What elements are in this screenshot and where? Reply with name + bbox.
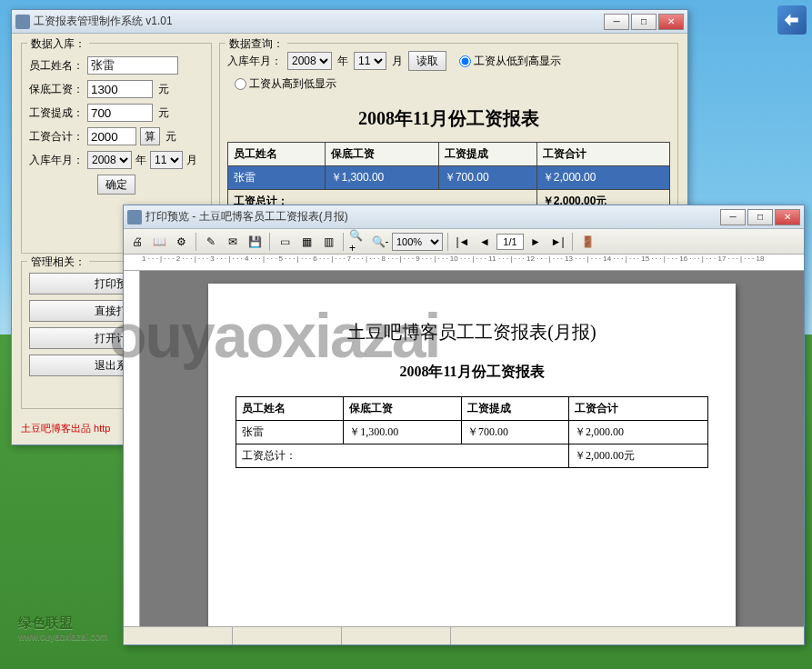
desktop-app-icon[interactable] (777, 5, 807, 35)
col-base: 保底工资 (325, 143, 438, 166)
mgmt-legend: 管理相关： (27, 255, 89, 270)
preview-window: 打印预览 - 土豆吧博客员工工资报表(月报) ─ □ ✕ 🖨 📖 ⚙ ✎ ✉ 💾… (123, 205, 805, 645)
report-title: 2008年11月份工资报表 (227, 106, 670, 131)
unit-label: 元 (158, 82, 169, 97)
horizontal-ruler: 1 · · · | · · · 2 · · · | · · · 3 · · · … (124, 255, 804, 271)
read-button[interactable]: 读取 (408, 51, 446, 71)
view-grid-icon[interactable]: ▥ (318, 232, 338, 252)
mail-icon[interactable]: ✉ (223, 232, 243, 252)
print-icon[interactable]: 🖨 (127, 232, 147, 252)
commission-input[interactable] (87, 104, 153, 122)
preview-maximize-button[interactable]: □ (747, 209, 773, 225)
preview-minimize-button[interactable]: ─ (720, 209, 746, 225)
preview-title: 打印预览 - 土豆吧博客员工工资报表(月报) (145, 209, 720, 225)
total-label: 工资合计： (29, 129, 84, 145)
zoom-in-icon[interactable]: 🔍+ (348, 232, 368, 252)
ym-label: 入库年月： (29, 153, 84, 168)
calc-button[interactable]: 算 (140, 127, 160, 145)
page-viewport[interactable]: 土豆吧博客员工工资报表(月报) 2008年11月份工资报表 员工姓名 保底工资 … (140, 271, 804, 626)
col-comm: 工资提成 (438, 143, 536, 166)
minimize-button[interactable]: ─ (604, 14, 629, 30)
edit-icon[interactable]: ✎ (201, 232, 221, 252)
base-input[interactable] (87, 80, 153, 98)
commission-label: 工资提成： (29, 105, 84, 121)
query-year-select[interactable]: 2008 (287, 52, 332, 70)
main-titlebar[interactable]: 工资报表管理制作系统 v1.01 ─ □ ✕ (12, 10, 687, 34)
zoom-out-icon[interactable]: 🔍- (370, 232, 390, 252)
preview-statusbar (124, 626, 804, 644)
open-icon[interactable]: 📖 (149, 232, 169, 252)
sort-low-radio[interactable] (459, 55, 471, 67)
year-suffix: 年 (337, 54, 348, 69)
name-input[interactable] (87, 56, 178, 75)
sort-high-radio[interactable] (235, 78, 246, 90)
unit-label: 元 (158, 105, 169, 121)
view-multi-icon[interactable]: ▦ (296, 232, 316, 252)
unit-label: 元 (165, 129, 176, 145)
settings-icon[interactable]: ⚙ (171, 232, 191, 252)
col-total: 工资合计 (536, 143, 669, 166)
col-name: 员工姓名 (228, 143, 326, 166)
name-label: 员工姓名： (29, 58, 84, 74)
first-page-icon[interactable]: |◄ (453, 232, 473, 252)
last-page-icon[interactable]: ►| (547, 232, 567, 252)
maximize-button[interactable]: □ (631, 14, 657, 30)
month-suffix: 月 (392, 54, 403, 69)
query-legend: 数据查询： (226, 36, 287, 52)
sort-high-label: 工资从高到低显示 (249, 76, 336, 92)
table-header-row: 员工姓名 保底工资 工资提成 工资合计 (228, 143, 670, 166)
year-suffix: 年 (135, 153, 146, 168)
preview-titlebar[interactable]: 打印预览 - 土豆吧博客员工工资报表(月报) ─ □ ✕ (124, 205, 804, 229)
input-legend: 数据入库： (27, 36, 89, 52)
close-button[interactable]: ✕ (658, 14, 684, 30)
query-month-select[interactable]: 11 (354, 52, 386, 70)
exit-preview-icon[interactable]: 🚪 (577, 232, 597, 252)
page-input[interactable] (496, 234, 524, 250)
month-suffix: 月 (186, 153, 197, 168)
month-select[interactable]: 11 (150, 151, 183, 169)
total-input[interactable] (87, 127, 136, 145)
year-select[interactable]: 2008 (87, 151, 132, 169)
query-ym-label: 入库年月： (227, 54, 282, 69)
brand-logo: 绿色联盟 www.ouyaoxiazai.com (18, 614, 107, 642)
base-label: 保底工资： (29, 82, 84, 97)
save-icon[interactable]: 💾 (245, 232, 265, 252)
preview-close-button[interactable]: ✕ (775, 209, 800, 225)
prev-page-icon[interactable]: ◄ (475, 232, 495, 252)
zoom-select[interactable]: 100% (392, 233, 443, 251)
doc-table: 员工姓名 保底工资 工资提成 工资合计 张雷 ￥1,300.00 ￥700.00… (236, 396, 708, 468)
app-icon (15, 15, 30, 29)
table-row: 张雷 ￥1,300.00 ￥700.00 ￥2,000.00 (236, 421, 708, 444)
table-total-row: 工资总计： ￥2,000.00元 (236, 444, 708, 468)
vertical-ruler (124, 271, 140, 626)
preview-app-icon (127, 210, 142, 225)
salary-table: 员工姓名 保底工资 工资提成 工资合计 张雷 ￥1,300.00 ￥700.00… (227, 142, 670, 214)
table-row[interactable]: 张雷 ￥1,300.00 ￥700.00 ￥2,000.00 (228, 166, 670, 190)
document-page: 土豆吧博客员工工资报表(月报) 2008年11月份工资报表 员工姓名 保底工资 … (208, 284, 736, 626)
main-title: 工资报表管理制作系统 v1.01 (34, 14, 604, 29)
ok-button[interactable]: 确定 (97, 175, 135, 195)
view-single-icon[interactable]: ▭ (275, 232, 295, 252)
preview-toolbar: 🖨 📖 ⚙ ✎ ✉ 💾 ▭ ▦ ▥ 🔍+ 🔍- 100% |◄ ◄ ► ►| 🚪 (124, 229, 804, 255)
next-page-icon[interactable]: ► (526, 232, 546, 252)
doc-subtitle: 2008年11月份工资报表 (236, 363, 708, 382)
sort-low-label: 工资从低到高显示 (474, 54, 561, 69)
doc-title: 土豆吧博客员工工资报表(月报) (236, 320, 708, 344)
